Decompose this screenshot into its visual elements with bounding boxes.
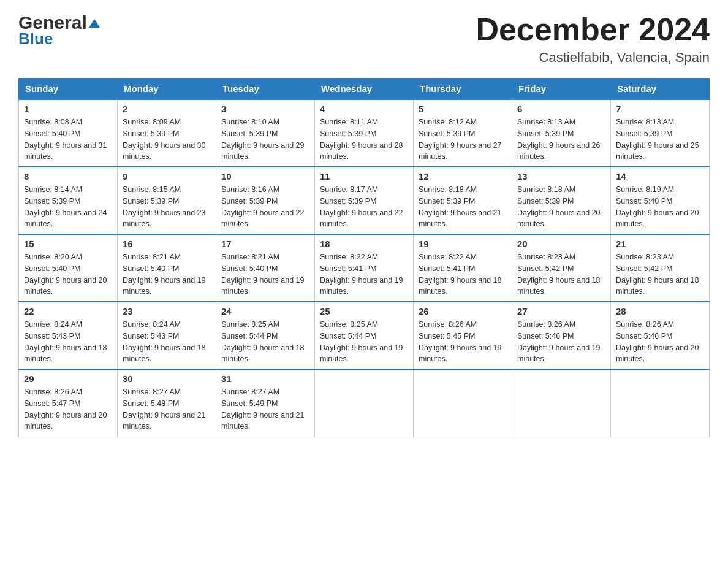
day-number: 16 [123,239,211,249]
day-info: Sunrise: 8:26 AMSunset: 5:45 PMDaylight:… [419,319,507,365]
table-row: 27Sunrise: 8:26 AMSunset: 5:46 PMDayligh… [512,302,611,369]
table-row: 22Sunrise: 8:24 AMSunset: 5:43 PMDayligh… [19,302,118,369]
day-info: Sunrise: 8:14 AMSunset: 5:39 PMDaylight:… [24,184,112,230]
calendar-header-row: Sunday Monday Tuesday Wednesday Thursday… [19,79,710,100]
day-number: 3 [221,104,309,114]
day-number: 6 [517,104,605,114]
calendar-week-row: 22Sunrise: 8:24 AMSunset: 5:43 PMDayligh… [19,302,710,369]
day-info: Sunrise: 8:21 AMSunset: 5:40 PMDaylight:… [123,251,211,297]
day-info: Sunrise: 8:27 AMSunset: 5:48 PMDaylight:… [123,386,211,432]
day-number: 20 [517,239,605,249]
calendar-week-row: 8Sunrise: 8:14 AMSunset: 5:39 PMDaylight… [19,167,710,234]
day-number: 17 [221,239,309,249]
day-number: 31 [221,373,309,384]
day-info: Sunrise: 8:18 AMSunset: 5:39 PMDaylight:… [517,184,605,230]
day-number: 7 [616,104,704,114]
day-number: 21 [616,239,704,249]
day-number: 15 [24,239,112,249]
day-info: Sunrise: 8:25 AMSunset: 5:44 PMDaylight:… [320,319,408,365]
month-title: December 2024 [476,12,710,47]
table-row: 10Sunrise: 8:16 AMSunset: 5:39 PMDayligh… [216,167,315,234]
day-info: Sunrise: 8:26 AMSunset: 5:47 PMDaylight:… [24,386,112,432]
table-row: 31Sunrise: 8:27 AMSunset: 5:49 PMDayligh… [216,369,315,437]
logo: General Blue [18,12,100,48]
day-info: Sunrise: 8:26 AMSunset: 5:46 PMDaylight:… [517,319,605,365]
day-number: 10 [221,171,309,182]
day-info: Sunrise: 8:19 AMSunset: 5:40 PMDaylight:… [616,184,704,230]
day-number: 11 [320,171,408,182]
table-row: 13Sunrise: 8:18 AMSunset: 5:39 PMDayligh… [512,167,611,234]
day-number: 13 [517,171,605,182]
table-row: 19Sunrise: 8:22 AMSunset: 5:41 PMDayligh… [414,234,512,302]
table-row: 17Sunrise: 8:21 AMSunset: 5:40 PMDayligh… [216,234,315,302]
col-sunday: Sunday [19,79,118,100]
day-number: 8 [24,171,112,182]
day-number: 28 [616,306,704,316]
table-row: 5Sunrise: 8:12 AMSunset: 5:39 PMDaylight… [414,99,512,167]
table-row: 24Sunrise: 8:25 AMSunset: 5:44 PMDayligh… [216,302,315,369]
day-number: 27 [517,306,605,316]
day-number: 30 [123,373,211,384]
table-row [512,369,611,437]
table-row: 18Sunrise: 8:22 AMSunset: 5:41 PMDayligh… [315,234,414,302]
day-info: Sunrise: 8:24 AMSunset: 5:43 PMDaylight:… [24,319,112,365]
logo-blue: Blue [18,29,53,48]
logo-triangle-icon [89,19,100,28]
day-info: Sunrise: 8:22 AMSunset: 5:41 PMDaylight:… [320,251,408,297]
col-tuesday: Tuesday [216,79,315,100]
table-row: 20Sunrise: 8:23 AMSunset: 5:42 PMDayligh… [512,234,611,302]
table-row: 14Sunrise: 8:19 AMSunset: 5:40 PMDayligh… [611,167,710,234]
day-info: Sunrise: 8:23 AMSunset: 5:42 PMDaylight:… [517,251,605,297]
table-row: 23Sunrise: 8:24 AMSunset: 5:43 PMDayligh… [118,302,216,369]
day-number: 24 [221,306,309,316]
table-row: 3Sunrise: 8:10 AMSunset: 5:39 PMDaylight… [216,99,315,167]
table-row [315,369,414,437]
calendar-week-row: 1Sunrise: 8:08 AMSunset: 5:40 PMDaylight… [19,99,710,167]
day-number: 9 [123,171,211,182]
table-row: 1Sunrise: 8:08 AMSunset: 5:40 PMDaylight… [19,99,118,167]
day-info: Sunrise: 8:13 AMSunset: 5:39 PMDaylight:… [517,117,605,163]
day-info: Sunrise: 8:18 AMSunset: 5:39 PMDaylight:… [419,184,507,230]
col-saturday: Saturday [611,79,710,100]
calendar-week-row: 15Sunrise: 8:20 AMSunset: 5:40 PMDayligh… [19,234,710,302]
day-info: Sunrise: 8:21 AMSunset: 5:40 PMDaylight:… [221,251,309,297]
table-row: 11Sunrise: 8:17 AMSunset: 5:39 PMDayligh… [315,167,414,234]
day-info: Sunrise: 8:12 AMSunset: 5:39 PMDaylight:… [419,117,507,163]
table-row [611,369,710,437]
day-number: 18 [320,239,408,249]
day-info: Sunrise: 8:16 AMSunset: 5:39 PMDaylight:… [221,184,309,230]
calendar-week-row: 29Sunrise: 8:26 AMSunset: 5:47 PMDayligh… [19,369,710,437]
table-row: 2Sunrise: 8:09 AMSunset: 5:39 PMDaylight… [118,99,216,167]
day-info: Sunrise: 8:13 AMSunset: 5:39 PMDaylight:… [616,117,704,163]
day-number: 5 [419,104,507,114]
day-info: Sunrise: 8:25 AMSunset: 5:44 PMDaylight:… [221,319,309,365]
table-row: 4Sunrise: 8:11 AMSunset: 5:39 PMDaylight… [315,99,414,167]
col-monday: Monday [118,79,216,100]
day-number: 22 [24,306,112,316]
table-row: 8Sunrise: 8:14 AMSunset: 5:39 PMDaylight… [19,167,118,234]
table-row: 6Sunrise: 8:13 AMSunset: 5:39 PMDaylight… [512,99,611,167]
table-row: 25Sunrise: 8:25 AMSunset: 5:44 PMDayligh… [315,302,414,369]
day-number: 1 [24,104,112,114]
page-header: General Blue December 2024 Castielfabib,… [18,12,710,66]
day-number: 26 [419,306,507,316]
day-info: Sunrise: 8:09 AMSunset: 5:39 PMDaylight:… [123,117,211,163]
day-info: Sunrise: 8:24 AMSunset: 5:43 PMDaylight:… [123,319,211,365]
table-row: 28Sunrise: 8:26 AMSunset: 5:46 PMDayligh… [611,302,710,369]
day-number: 4 [320,104,408,114]
day-info: Sunrise: 8:10 AMSunset: 5:39 PMDaylight:… [221,117,309,163]
day-number: 23 [123,306,211,316]
day-number: 19 [419,239,507,249]
day-number: 12 [419,171,507,182]
day-info: Sunrise: 8:20 AMSunset: 5:40 PMDaylight:… [24,251,112,297]
day-info: Sunrise: 8:22 AMSunset: 5:41 PMDaylight:… [419,251,507,297]
col-wednesday: Wednesday [315,79,414,100]
location-title: Castielfabib, Valencia, Spain [476,50,710,66]
day-info: Sunrise: 8:27 AMSunset: 5:49 PMDaylight:… [221,386,309,432]
day-info: Sunrise: 8:23 AMSunset: 5:42 PMDaylight:… [616,251,704,297]
table-row: 7Sunrise: 8:13 AMSunset: 5:39 PMDaylight… [611,99,710,167]
day-number: 29 [24,373,112,384]
col-friday: Friday [512,79,611,100]
table-row: 16Sunrise: 8:21 AMSunset: 5:40 PMDayligh… [118,234,216,302]
day-number: 2 [123,104,211,114]
